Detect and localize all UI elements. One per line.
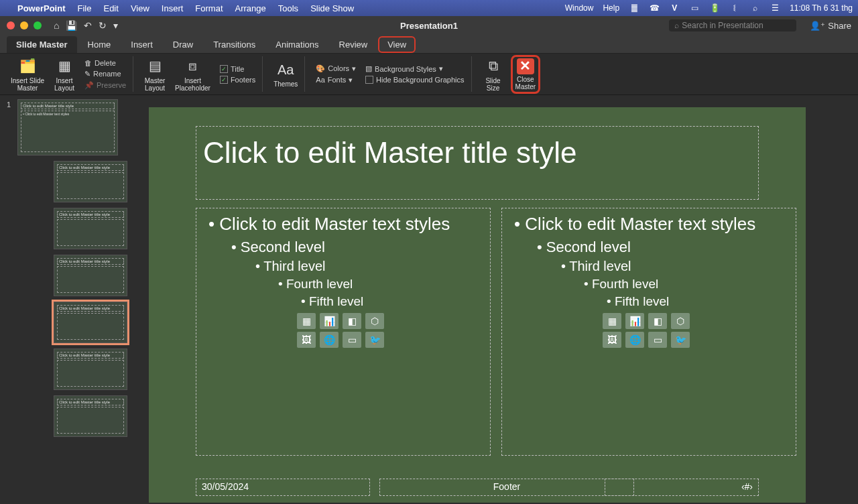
slide-canvas[interactable]: Click to edit Master title style Click t…: [133, 95, 858, 504]
delete-button[interactable]: 🗑Delete: [82, 58, 129, 68]
redo-icon[interactable]: ↻: [99, 20, 107, 31]
search-input[interactable]: ⌕ Search in Presentation: [669, 19, 796, 32]
v-icon[interactable]: V: [669, 3, 680, 13]
title-placeholder[interactable]: Click to edit Master title style: [196, 126, 759, 200]
3d-icon[interactable]: ⬡: [671, 313, 690, 329]
share-button[interactable]: 👤⁺ Share: [810, 21, 851, 31]
themes-button[interactable]: AaThemes: [271, 59, 300, 89]
menu-slideshow[interactable]: Slide Show: [310, 3, 354, 13]
video-icon[interactable]: ▭: [343, 332, 361, 348]
online-picture-icon[interactable]: 🌐: [625, 332, 644, 348]
picture-icon[interactable]: 🖼: [603, 332, 621, 348]
chart-icon[interactable]: 📊: [625, 313, 644, 329]
label: Slide Size: [485, 77, 500, 92]
table-icon[interactable]: ▦: [603, 313, 621, 329]
smartart-icon[interactable]: ◧: [648, 313, 667, 329]
tab-home[interactable]: Home: [78, 36, 121, 53]
tab-insert[interactable]: Insert: [121, 36, 162, 53]
level2: Second level: [537, 239, 789, 256]
thumbnail-layout-selected[interactable]: Click to edit Master title style: [3, 302, 130, 343]
icon-icon[interactable]: 🐦: [365, 332, 384, 348]
insert-placeholder-button[interactable]: ⧈Insert Placeholder: [172, 56, 213, 93]
menu-view[interactable]: View: [131, 3, 149, 13]
menu-tools[interactable]: Tools: [278, 3, 298, 13]
viber-icon[interactable]: ☎: [649, 3, 660, 13]
control-center-icon[interactable]: ☰: [770, 3, 780, 13]
3d-icon[interactable]: ⬡: [365, 313, 384, 329]
slide-number-placeholder[interactable]: ‹#›: [605, 479, 759, 496]
insert-layout-button[interactable]: ▦Insert Layout: [51, 56, 78, 93]
thumbnail-panel[interactable]: 1 Click to edit Master title style• Clic…: [0, 95, 133, 504]
close-icon: ✕: [517, 58, 534, 74]
minimize-window-icon[interactable]: [20, 21, 28, 29]
app-name[interactable]: PowerPoint: [17, 3, 66, 13]
close-window-icon[interactable]: [7, 21, 15, 29]
footer-placeholder[interactable]: Footer: [379, 479, 634, 496]
menu-help[interactable]: Help: [603, 3, 619, 13]
tab-review[interactable]: Review: [330, 36, 377, 53]
master-layout-button[interactable]: ▤Master Layout: [141, 56, 168, 93]
home-icon[interactable]: ⌂: [54, 20, 59, 31]
icon-icon[interactable]: 🐦: [671, 332, 690, 348]
label: Close Master: [515, 76, 536, 90]
date-placeholder[interactable]: 30/05/2024: [196, 479, 370, 496]
maximize-window-icon[interactable]: [34, 21, 42, 29]
close-master-button[interactable]: ✕Close Master: [511, 55, 541, 94]
fonts-dropdown[interactable]: AaFonts▾: [313, 75, 359, 85]
thumbnail-layout[interactable]: Click to edit Master title style: [3, 395, 130, 437]
fonts-icon: Aa: [316, 76, 324, 84]
table-icon[interactable]: ▦: [297, 313, 316, 329]
menu-edit[interactable]: Edit: [103, 3, 118, 13]
chart-icon[interactable]: 📊: [320, 313, 339, 329]
menu-insert[interactable]: Insert: [162, 3, 184, 13]
preserve-button[interactable]: 📌Preserve: [82, 80, 129, 90]
tab-draw[interactable]: Draw: [164, 36, 202, 53]
menu-window[interactable]: Window: [565, 3, 594, 13]
tab-transitions[interactable]: Transitions: [204, 36, 265, 53]
undo-icon[interactable]: ↶: [84, 20, 92, 31]
thumb-body: [57, 313, 124, 340]
thumb-body: [57, 407, 124, 434]
menu-format[interactable]: Format: [195, 3, 223, 13]
menu-file[interactable]: File: [78, 3, 92, 13]
content-placeholder-right[interactable]: Click to edit Master text styles Second …: [501, 208, 796, 456]
search-placeholder: Search in Presentation: [682, 21, 763, 30]
clock[interactable]: 11:08 Th 6 31 thg: [790, 3, 853, 13]
content-placeholder-left[interactable]: Click to edit Master text styles Second …: [196, 208, 491, 456]
rename-button[interactable]: ✎Rename: [82, 69, 129, 79]
thumbnail-layout[interactable]: Click to edit Master title style: [3, 208, 130, 249]
thumbnail-master[interactable]: 1 Click to edit Master title style• Clic…: [3, 99, 130, 155]
display-icon[interactable]: ▭: [689, 3, 700, 13]
tab-slide-master[interactable]: Slide Master: [7, 36, 77, 53]
menu-arrange[interactable]: Arrange: [235, 3, 266, 13]
title-checkbox[interactable]: Title: [217, 64, 258, 74]
chevron-down-icon: ▾: [349, 76, 353, 84]
thumb-title: Click to edit Master title style: [57, 164, 124, 171]
save-icon[interactable]: 💾: [66, 20, 77, 31]
colors-dropdown[interactable]: 🎨Colors▾: [313, 64, 359, 74]
search-icon[interactable]: ⌕: [749, 3, 760, 13]
tab-view[interactable]: View: [378, 36, 416, 53]
qat-chevron-icon[interactable]: ▾: [113, 20, 118, 31]
picture-icon[interactable]: 🖼: [297, 332, 316, 348]
layout-icon: ▦: [55, 57, 74, 76]
line-icon[interactable]: ䷀: [629, 3, 639, 13]
checkbox-icon: [220, 65, 228, 73]
wifi-icon[interactable]: ⧙: [729, 3, 740, 13]
online-picture-icon[interactable]: 🌐: [320, 332, 339, 348]
footers-checkbox[interactable]: Footers: [217, 75, 258, 84]
tab-animations[interactable]: Animations: [266, 36, 328, 53]
thumb-title: Click to edit Master title style: [57, 305, 124, 312]
video-icon[interactable]: ▭: [648, 332, 667, 348]
hide-bg-checkbox[interactable]: Hide Background Graphics: [363, 75, 467, 84]
insert-slide-master-button[interactable]: 🗂️Insert Slide Master: [8, 56, 47, 93]
slide-size-button[interactable]: ⧉Slide Size: [480, 56, 507, 93]
slide[interactable]: Click to edit Master title style Click t…: [149, 107, 806, 503]
thumbnail-layout[interactable]: Click to edit Master title style: [3, 161, 130, 202]
thumbnail-layout[interactable]: Click to edit Master title style: [3, 255, 130, 296]
battery-icon[interactable]: 🔋: [709, 3, 720, 13]
label: Preserve: [97, 81, 126, 89]
background-styles-dropdown[interactable]: ▧Background Styles▾: [363, 64, 467, 74]
thumbnail-layout[interactable]: Click to edit Master title style: [3, 349, 130, 390]
smartart-icon[interactable]: ◧: [343, 313, 361, 329]
